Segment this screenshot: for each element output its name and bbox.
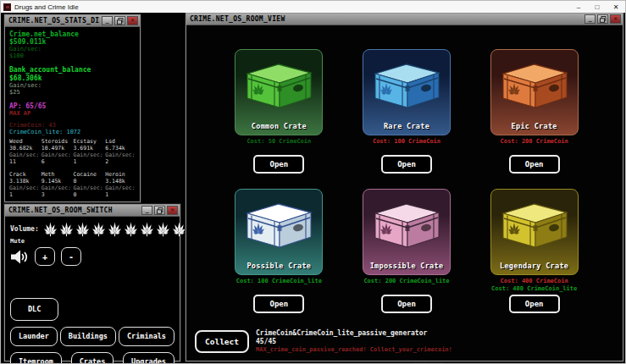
cannabis-leaf-icon (107, 221, 123, 237)
restore-button[interactable] (114, 16, 125, 25)
drug-gain-label: Gain/sec: (74, 185, 104, 192)
close-button[interactable]: ✕ (610, 14, 621, 24)
crate-name: Possible Crate (235, 262, 322, 270)
crate-name: Common Crate (235, 122, 322, 130)
drug-name: Cocaine (74, 172, 104, 179)
volume-indicator: Volume: (10, 220, 175, 237)
minimize-button[interactable]: _ (141, 206, 152, 215)
crime-balance-value: $509.011k (9, 38, 136, 46)
open-crate-button[interactable]: Open (509, 295, 560, 313)
drug-gain-value: 0 (74, 192, 104, 199)
crate-card: Possible Crate Cost: 100 CrimeCoin_lite … (231, 189, 326, 313)
crate-card: Common Crate Cost: 50 CrimeCoin Open (231, 49, 326, 174)
room-switch-title: CRIME.NET_OS_ROOM_SWITCH (8, 207, 140, 214)
collect-button[interactable]: Collect (195, 330, 249, 353)
crate-tile: Common Crate (235, 49, 323, 135)
generator-warning: MAX_crime_coin_passive_reached! Collect_… (256, 346, 452, 354)
crime-gain-label: Gain/sec: (9, 46, 136, 52)
crate-cost-lines: Cost: 100 CrimeCoin_lite (236, 278, 322, 294)
crime-gain-value: $100 (9, 52, 136, 59)
crate-cost-lines: Cost: 400 CrimeCoinCost: 400 CrimeCoin_l… (491, 278, 577, 294)
buildings-button[interactable]: Buildings (60, 327, 116, 346)
crate-cost-lines: Cost: 50 CrimeCoin (247, 138, 311, 154)
itemroom-button[interactable]: Itemroom (10, 352, 62, 364)
os-minimize-button[interactable]: – (569, 1, 588, 13)
dlc-button[interactable]: DLC (10, 298, 58, 321)
crate-tile: Possible Crate (235, 189, 323, 275)
cannabis-leaf-icon (139, 221, 155, 237)
crimecoin-lite-value: CrimeCoin_lite: 1072 (9, 129, 136, 135)
cannabis-leaf-icon (58, 221, 75, 237)
open-crate-button[interactable]: Open (253, 155, 304, 174)
cannabis-leaf-icon (123, 221, 139, 237)
crate-card: Impossible Crate Cost: 200 CrimeCoin_lit… (359, 189, 454, 313)
drug-stat: Crack 3.138k Gain/sec: 1 (9, 172, 40, 199)
minimize-button[interactable]: _ (102, 16, 113, 25)
max-ap-label: MAX AP (9, 110, 136, 117)
crate-cost: Cost: 100 CrimeCoin (373, 138, 440, 146)
restore-button[interactable] (154, 206, 165, 215)
drug-stat: Weed 30.682k Gain/sec: 11 (9, 139, 40, 166)
drug-gain-label: Gain/sec: (42, 152, 72, 159)
restore-button[interactable] (597, 14, 608, 24)
os-window-title: Drugs and Crime Idle (14, 3, 569, 11)
close-button[interactable]: ✕ (167, 206, 178, 215)
crate-name: Rare Crate (363, 122, 450, 130)
mute-label: Mute (10, 238, 175, 245)
drug-stats-grid: Weed 30.682k Gain/sec: 11Steroids 10.497… (9, 139, 136, 198)
crate-cost: Cost: 100 CrimeCoin_lite (236, 278, 322, 285)
drug-gain-label: Gain/sec: (105, 185, 136, 192)
crate-illustration (496, 57, 573, 109)
criminals-button[interactable]: Criminals (119, 327, 175, 346)
bank-balance-value: $68.306k (9, 74, 136, 82)
cannabis-leaf-icon (91, 221, 107, 237)
volume-down-button[interactable]: - (61, 247, 81, 266)
restore-icon (600, 16, 607, 23)
stats-window-titlebar[interactable]: CRIME.NET_OS_STATS_DISPLAY _ ✕ (5, 15, 140, 27)
drug-gain-value: 1 (9, 192, 40, 199)
restore-icon (117, 18, 124, 25)
restore-icon (157, 207, 163, 214)
crate-tile: Impossible Crate (363, 189, 451, 275)
crate-cost-lines: Cost: 100 CrimeCoin (373, 138, 440, 154)
minimize-button[interactable]: _ (584, 14, 596, 24)
desktop-background: CRIME.NET_OS_STATS_DISPLAY _ ✕ Crime.net… (1, 13, 625, 363)
volume-up-button[interactable]: + (35, 247, 55, 266)
crates-button[interactable]: Crates (71, 352, 114, 364)
open-crate-button[interactable]: Open (253, 295, 304, 313)
stats-window-title: CRIME.NET_OS_STATS_DISPLAY (8, 17, 100, 25)
os-maximize-button[interactable]: □ (588, 1, 607, 13)
stats-window: CRIME.NET_OS_STATS_DISPLAY _ ✕ Crime.net… (4, 14, 141, 202)
generator-count: 45/45 (256, 338, 452, 346)
drug-gain-value: 1 (74, 159, 104, 166)
drug-stat: Cocaine 0 Gain/sec: 0 (74, 172, 104, 199)
upgrades-button[interactable]: Upgrades (123, 352, 175, 364)
drug-stat: Heroin 3.148k Gain/sec: 1 (105, 172, 136, 199)
crate-cost: Cost: 400 CrimeCoin (501, 278, 568, 285)
open-crate-button[interactable]: Open (509, 155, 560, 174)
cannabis-leaf-icon (155, 221, 171, 237)
drug-gain-label: Gain/sec: (105, 152, 136, 159)
crate-cost-lines: Cost: 200 CrimeCoin (501, 138, 568, 154)
open-crate-button[interactable]: Open (381, 155, 432, 174)
crate-cost: Cost: 50 CrimeCoin (247, 138, 311, 146)
open-crate-button[interactable]: Open (381, 295, 432, 313)
crime-balance-label: Crime.net_balance (9, 30, 136, 38)
close-button[interactable]: ✕ (127, 16, 138, 25)
room-switch-window: CRIME.NET_OS_ROOM_SWITCH _ ✕ Volume: Mut… (4, 204, 180, 361)
launder-button[interactable]: Launder (10, 327, 58, 346)
cannabis-leaf-icon (75, 221, 91, 237)
cannabis-leaf-icon (42, 221, 58, 237)
drug-gain-label: Gain/sec: (9, 185, 40, 192)
cannabis-leaf-icon (171, 221, 187, 237)
app-icon (3, 3, 11, 11)
crate-illustration (240, 57, 318, 109)
room-view-titlebar[interactable]: CRIME.NET_OS_ROOM_VIEW _ ✕ (186, 14, 623, 25)
drug-gain-value: 3 (42, 192, 72, 199)
room-switch-titlebar[interactable]: CRIME.NET_OS_ROOM_SWITCH _ ✕ (5, 205, 180, 217)
drug-gain-label: Gain/sec: (42, 185, 72, 192)
crate-cost: Cost: 200 CrimeCoin (501, 138, 568, 146)
speaker-icon[interactable] (10, 249, 29, 265)
drug-stat: Lsd 6.734k Gain/sec: 2 (105, 139, 136, 166)
os-close-button[interactable]: ✕ (607, 1, 625, 13)
